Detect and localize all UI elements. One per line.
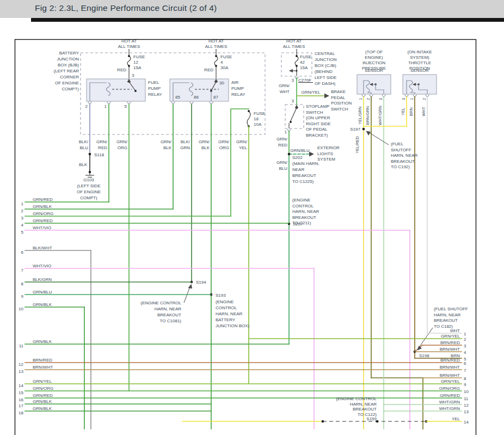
ips-title: INJECTION xyxy=(362,60,385,65)
c1081-block: TO C1081) xyxy=(160,318,182,323)
c182-block: TO C182) xyxy=(434,324,453,329)
wire-color-label: GRN/BLK xyxy=(33,302,52,307)
cjb-label: CENTRAL xyxy=(315,51,335,56)
wire-color-label: BRN/WHT xyxy=(440,347,460,352)
c192-block: (FUEL xyxy=(391,142,404,146)
s202-block: (MAIN HARN, xyxy=(292,161,319,166)
fuel-pump-relay-label: FUEL xyxy=(148,80,159,85)
stoplamp-label: SWITCH xyxy=(306,110,323,115)
c192-block: HARN, NEAR xyxy=(391,153,418,158)
s267-label: S267 xyxy=(293,222,303,226)
grn-blu-arrow-label: GRN/BLU xyxy=(290,148,310,153)
wire-color-label: WHT xyxy=(450,328,460,333)
wire-color-label: GRN/ xyxy=(236,139,248,144)
wire-color-label: BRN/WHT xyxy=(440,373,460,378)
bjb-label: CORNER xyxy=(60,75,79,79)
row-number-left: 17 xyxy=(19,403,23,408)
tps-title-overlap: SENSOR xyxy=(410,68,429,73)
connector-c270f: C270F xyxy=(298,78,311,83)
s118-label: S118 xyxy=(94,152,105,157)
pin1-label: 1 xyxy=(105,104,107,109)
wire-color-label: GRN/YEL xyxy=(441,334,460,339)
grn-wht-label: GRN/ xyxy=(279,83,290,88)
s202-block: BREAKOUT xyxy=(292,173,316,178)
wire-color-label: GRN/YEL xyxy=(441,379,460,384)
wire-color-label-vertical: WHT/GRN xyxy=(378,106,383,125)
bjb-label: COMPT) xyxy=(62,87,79,91)
c182-block: (FUEL SHUTOFF xyxy=(434,307,468,311)
fuel-pump-relay-label: PUMP xyxy=(148,86,161,91)
sensor-pin-number: 2 xyxy=(422,98,427,100)
sensor-pin-number: 1 xyxy=(358,98,363,100)
wire-color-label: GRN/ xyxy=(218,139,230,144)
sensor-pin-number: 3 xyxy=(378,98,383,100)
c192-block: BREAKOUT xyxy=(391,159,415,164)
wire-color-label: WHT/GRN xyxy=(439,406,460,411)
fuse-18 xyxy=(247,110,250,127)
row-number-left: 2 xyxy=(21,209,24,213)
fuse4-label: 30A xyxy=(220,65,229,70)
c122-block: BREAKOUT xyxy=(353,407,377,412)
brake-pedal-label: BRAKE xyxy=(331,89,346,94)
c122-block: (ENGINE CONTROL xyxy=(336,396,377,401)
row-number-left: 9 xyxy=(21,294,24,299)
splice-s118 xyxy=(89,153,91,156)
c182-block: HARN, NEAR xyxy=(434,313,461,317)
row-number-left: 8 xyxy=(21,281,24,286)
s193-block: (ENGINE xyxy=(216,299,233,304)
brake-pedal-label: POSITION xyxy=(331,101,352,106)
s159-label: S159 xyxy=(366,416,377,421)
fuse18-label: 10A xyxy=(254,122,262,127)
hot-at-all-times-1: ALL TIMES xyxy=(118,44,140,49)
s267-block: (ENGINE xyxy=(292,198,310,203)
fuse12-label: 12 xyxy=(133,60,138,65)
wire-color-label-vertical: YEL/GRN xyxy=(358,107,362,125)
row-number-left: 10 xyxy=(19,307,23,311)
row-number-right: 13 xyxy=(464,409,469,414)
c1081-block: HARN, NEAR xyxy=(155,307,182,311)
wires xyxy=(84,78,427,429)
s193-label: S193 xyxy=(216,293,226,298)
s202-block: TO C1225) xyxy=(292,179,314,184)
hot-at-all-times-1: HOT AT xyxy=(121,39,137,44)
wire-color-label: GRN/ORG xyxy=(33,211,53,216)
g103-label: G103 xyxy=(83,177,94,182)
row-number-right: 4 xyxy=(464,350,466,355)
fuse18-label: 18 xyxy=(254,117,259,121)
air-pump-relay-label: RELAY xyxy=(231,92,245,97)
air-pump-relay-label: AIR xyxy=(231,80,239,85)
pin85-label: 85 xyxy=(175,95,180,100)
s193-block: BATTERY xyxy=(216,317,236,322)
row-number-left: 4 xyxy=(21,223,24,228)
row-number-right: 10 xyxy=(464,389,469,394)
blk-label: BLK xyxy=(79,162,88,167)
row-number-left: 3 xyxy=(21,216,24,220)
row-number-left: 1 xyxy=(21,201,24,206)
grn-red-label: RED xyxy=(278,143,287,148)
wire-color-label: GRN/ xyxy=(161,139,172,144)
splices xyxy=(89,128,428,423)
fuse18-label: FUSE xyxy=(254,111,265,116)
wire-color-label: GRN/ORG xyxy=(439,386,460,391)
wire-color-label: GRN/RED xyxy=(33,197,53,202)
s193-block: HARN, NEAR xyxy=(216,311,243,316)
wire-color-label: BRN/WHT xyxy=(33,365,53,370)
wire-color-label: GRN/ xyxy=(96,139,108,144)
splice-s197 xyxy=(362,128,365,131)
wiring-diagram: 1GRN/RED2GRN/BLK3GRN/ORG4GRN/RED5WHT/VIO… xyxy=(0,0,504,435)
air-pump-relay-label: PUMP xyxy=(231,86,244,91)
s267-block: BREAKOUT xyxy=(292,215,316,220)
wire-color-label-vertical: YEL/RED xyxy=(355,136,360,154)
row-number-right: 6 xyxy=(464,361,466,366)
c182-block: BREAKOUT xyxy=(434,318,458,323)
fuse42-label: FUSE xyxy=(300,54,311,59)
tps-title: (ON INTAKE xyxy=(407,50,432,54)
row-number-left: 5 xyxy=(21,230,24,235)
wire-color-label: YEL xyxy=(452,416,460,421)
pin3-fuel: 3 xyxy=(132,73,134,78)
pin1-stoplamp: 1 xyxy=(285,130,287,134)
hot-at-all-times-2: ALL TIMES xyxy=(205,44,227,49)
pin5-label: 5 xyxy=(125,104,127,109)
wire-color-label: RED xyxy=(98,145,107,150)
s267-block: HARN, NEAR xyxy=(292,209,319,214)
